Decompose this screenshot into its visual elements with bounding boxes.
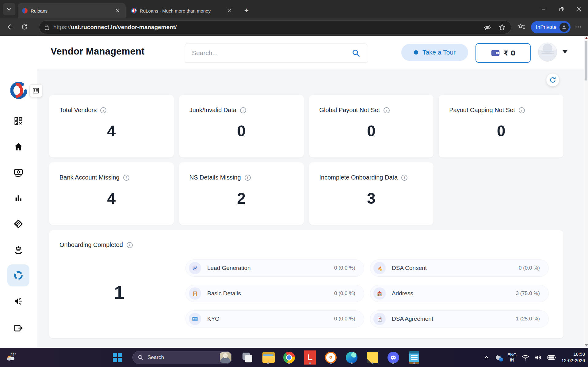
weather-temp: 21°: [10, 352, 17, 357]
new-tab-button[interactable]: +: [241, 5, 252, 16]
wallet-icon: [491, 49, 500, 57]
chrome-button[interactable]: [283, 350, 295, 365]
sidebar-item-qr-code[interactable]: [7, 110, 29, 132]
stat-card-payout-capping: Payout Capping Not Seti 0: [439, 95, 563, 157]
kyc-icon: [189, 313, 201, 325]
taskbar-clock[interactable]: 18:58 12-02-2026: [561, 351, 585, 364]
sync-icon: [549, 76, 556, 84]
info-icon[interactable]: i: [100, 107, 106, 113]
search-box[interactable]: [185, 43, 367, 62]
taskbar-search[interactable]: Search: [132, 351, 232, 364]
stat-value: 4: [59, 190, 163, 207]
address-bar[interactable]: https://uat.ruconnect.in/vendor-manageme…: [39, 21, 511, 34]
item-value: 0 (0.0 %): [334, 290, 355, 297]
back-button[interactable]: [4, 21, 16, 33]
item-label: DSA Agreement: [392, 316, 433, 322]
home-icon: [14, 142, 23, 151]
dsa-agreement-icon: [373, 313, 386, 325]
tab-close-icon[interactable]: [114, 7, 121, 14]
l-app-button[interactable]: L: [304, 350, 316, 365]
sidebar-item-partnership[interactable]: [7, 213, 29, 235]
tab-strip: Ruloans RuLoans - Much more than money +: [0, 0, 588, 18]
inprivate-badge[interactable]: InPrivate: [531, 21, 571, 33]
info-icon[interactable]: i: [123, 175, 129, 181]
settings-menu-button[interactable]: [572, 21, 584, 33]
onedrive-status-icon[interactable]: i: [494, 354, 502, 361]
clock-date: 12-02-2026: [561, 358, 585, 363]
scroll-down-icon[interactable]: [585, 344, 588, 346]
item-value: 0 (0.0 %): [519, 265, 540, 271]
edge-button[interactable]: [346, 350, 357, 365]
wifi-icon[interactable]: [521, 354, 529, 361]
tray-chevron-up-icon[interactable]: [483, 354, 490, 361]
restore-button[interactable]: [552, 0, 570, 18]
inprivate-label: InPrivate: [536, 24, 556, 30]
scrollbar-thumb[interactable]: [585, 41, 587, 81]
onboarding-item-basic-details[interactable]: Basic Details 0 (0.0 %): [185, 285, 364, 302]
favorites-bar-button[interactable]: [516, 21, 528, 33]
discord-button[interactable]: [388, 350, 399, 365]
page-scrollbar[interactable]: [584, 36, 588, 348]
sidebar-item-reports[interactable]: [7, 187, 29, 209]
clock-time: 18:58: [573, 351, 585, 357]
battery-icon[interactable]: [547, 354, 556, 361]
item-label: Address: [392, 290, 413, 297]
volume-icon[interactable]: [534, 354, 542, 361]
tab-ruloans-home[interactable]: RuLoans - Much more than money: [127, 3, 237, 18]
user-avatar[interactable]: [538, 43, 557, 62]
main-area: Vendor Management Take a Tour ₹ 0: [37, 36, 588, 348]
minimize-button[interactable]: [535, 0, 552, 18]
search-highlight-image[interactable]: [220, 352, 231, 363]
file-explorer-button[interactable]: [262, 350, 274, 365]
vpn-app-button[interactable]: [325, 350, 337, 365]
close-button[interactable]: [570, 0, 588, 18]
ruloans-logo[interactable]: [10, 82, 28, 99]
tab-close-icon[interactable]: [226, 7, 233, 14]
tab-ruloans[interactable]: Ruloans: [18, 3, 126, 18]
favorite-star-icon[interactable]: [498, 23, 506, 31]
notepad-button[interactable]: [408, 350, 420, 365]
sticky-notes-button[interactable]: [367, 350, 378, 365]
scroll-up-icon[interactable]: [585, 37, 588, 39]
sidebar-item-send[interactable]: [7, 317, 29, 339]
onboarding-item-kyc[interactable]: KYC 0 (0.0 %): [185, 310, 364, 327]
taskbar-search-label: Search: [147, 354, 164, 361]
wallet-balance-button[interactable]: ₹ 0: [475, 43, 531, 63]
language-indicator[interactable]: ENG IN: [507, 352, 517, 363]
dashboard-content: Total Vendorsi 4 Junk/Invalid Datai 0 Gl…: [37, 69, 584, 348]
take-a-tour-button[interactable]: Take a Tour: [401, 44, 468, 61]
qr-code-icon: [14, 116, 23, 126]
taskbar-weather-widget[interactable]: 21°: [5, 350, 17, 362]
start-button[interactable]: [112, 350, 123, 365]
panel-list-icon: [32, 87, 40, 94]
stat-value: 3: [319, 190, 423, 207]
tab-search-dropdown-button[interactable]: [3, 3, 15, 15]
refresh-data-button[interactable]: [546, 74, 559, 86]
onboarding-item-lead-generation[interactable]: Lead Generation 0 (0.0 %): [185, 259, 364, 277]
task-view-button[interactable]: [242, 350, 253, 365]
refresh-button[interactable]: [18, 21, 31, 33]
info-icon[interactable]: i: [240, 107, 246, 113]
info-icon[interactable]: i: [519, 107, 525, 113]
search-icon[interactable]: [352, 49, 360, 57]
search-input[interactable]: [192, 49, 352, 57]
sidebar-item-payout[interactable]: [7, 161, 29, 184]
info-icon[interactable]: i: [127, 242, 133, 248]
info-icon[interactable]: i: [245, 175, 251, 181]
stat-card-incomplete-onboarding: Incomplete Onboarding Datai 3: [309, 162, 434, 225]
info-icon[interactable]: i: [384, 107, 390, 113]
onboarding-item-dsa-agreement[interactable]: DSA Agreement 1 (25.0 %): [370, 310, 549, 327]
sidebar-item-team[interactable]: [7, 239, 29, 261]
sidebar-item-vendor-management[interactable]: [7, 264, 29, 286]
task-view-icon: [242, 352, 253, 363]
send-icon: [13, 323, 23, 333]
sidebar-item-announcement[interactable]: [7, 290, 29, 312]
onboarding-item-dsa-consent[interactable]: DSA Consent 0 (0.0 %): [370, 259, 549, 277]
sidebar-item-home[interactable]: [7, 136, 29, 158]
tracking-prevention-icon[interactable]: [483, 23, 491, 31]
info-icon[interactable]: i: [401, 175, 407, 181]
stat-card-ns-details: NS Details Missingi 2: [179, 162, 304, 225]
sidebar-toggle-button[interactable]: [29, 84, 42, 97]
onboarding-item-address[interactable]: Address 3 (75.0 %): [370, 285, 549, 302]
profile-caret-icon[interactable]: [562, 50, 568, 53]
